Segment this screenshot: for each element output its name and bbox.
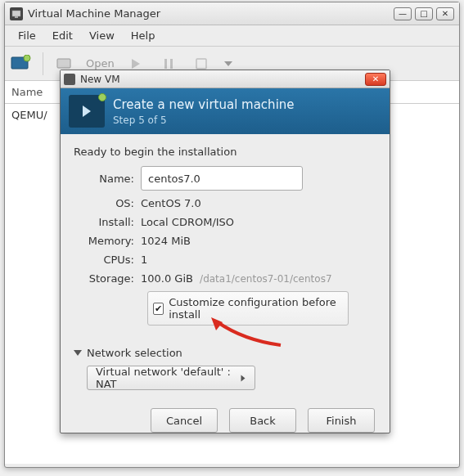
svg-rect-4 <box>57 59 70 68</box>
storage-size: 100.0 GiB <box>141 272 193 285</box>
finish-button[interactable]: Finish <box>308 408 375 433</box>
os-value: CentOS 7.0 <box>141 197 201 209</box>
wizard-title: Create a new virtual machine <box>113 97 295 112</box>
dialog-icon <box>64 74 75 85</box>
close-button[interactable]: ✕ <box>436 7 454 20</box>
ready-text: Ready to begin the installation <box>74 146 376 158</box>
chevron-down-icon <box>74 350 82 356</box>
dialog-title: New VM <box>80 74 120 85</box>
open-label: Open <box>86 57 115 70</box>
menu-view[interactable]: View <box>81 26 123 45</box>
storage-value: 100.0 GiB /data1/centos7-01/centos7 <box>141 272 332 285</box>
os-label: OS: <box>79 197 134 209</box>
install-value: Local CDROM/ISO <box>141 216 234 228</box>
window-controls: — □ ✕ <box>394 7 454 20</box>
toolbar-separator <box>43 52 43 75</box>
main-titlebar: Virtual Machine Manager — □ ✕ <box>5 2 459 25</box>
customize-checkbox-row[interactable]: ✔ Customize configuration before install <box>147 291 349 326</box>
storage-label: Storage: <box>79 272 134 285</box>
maximize-button[interactable]: □ <box>415 7 433 20</box>
cpus-label: CPUs: <box>79 254 134 266</box>
summary-form: Name: OS: CentOS 7.0 Install: Local CDRO… <box>79 166 376 326</box>
new-vm-dialog: New VM ✕ Create a new virtual machine St… <box>60 70 390 433</box>
menu-edit[interactable]: Edit <box>44 26 81 45</box>
network-select[interactable]: Virtual network 'default' : NAT <box>87 366 255 390</box>
svg-rect-0 <box>12 11 20 16</box>
memory-label: Memory: <box>79 235 134 247</box>
svg-rect-6 <box>164 59 167 69</box>
customize-checkbox[interactable]: ✔ <box>153 303 164 315</box>
app-icon <box>10 7 23 20</box>
network-value: Virtual network 'default' : NAT <box>96 366 240 390</box>
dialog-titlebar: New VM ✕ <box>61 70 390 88</box>
memory-value: 1024 MiB <box>141 235 191 247</box>
menu-file[interactable]: File <box>10 26 44 45</box>
minimize-button[interactable]: — <box>394 7 412 20</box>
dialog-body: Ready to begin the installation Name: OS… <box>61 134 390 441</box>
dialog-close-button[interactable]: ✕ <box>365 73 386 86</box>
svg-rect-1 <box>15 16 18 18</box>
svg-marker-5 <box>132 59 140 69</box>
svg-rect-7 <box>170 59 173 69</box>
wizard-step: Step 5 of 5 <box>113 115 295 126</box>
svg-point-3 <box>24 55 30 61</box>
customize-label: Customize configuration before install <box>169 296 343 321</box>
install-label: Install: <box>79 216 134 228</box>
caret-right-icon <box>241 375 246 381</box>
name-label: Name: <box>79 173 134 185</box>
back-button[interactable]: Back <box>229 408 296 433</box>
storage-path: /data1/centos7-01/centos7 <box>200 273 331 285</box>
cancel-button[interactable]: Cancel <box>151 408 218 433</box>
network-expander[interactable]: Network selection <box>74 347 376 359</box>
menu-help[interactable]: Help <box>123 26 164 45</box>
dialog-buttons: Cancel Back Finish <box>74 408 376 433</box>
svg-marker-9 <box>224 61 232 66</box>
menubar: File Edit View Help <box>5 25 459 47</box>
wizard-icon <box>69 95 105 128</box>
new-vm-icon[interactable] <box>10 52 33 75</box>
window-title: Virtual Machine Manager <box>28 7 160 20</box>
dialog-header: Create a new virtual machine Step 5 of 5 <box>61 88 390 134</box>
svg-rect-8 <box>196 59 206 69</box>
cpus-value: 1 <box>141 254 147 266</box>
name-input[interactable] <box>141 166 303 191</box>
network-expander-label: Network selection <box>87 347 182 359</box>
